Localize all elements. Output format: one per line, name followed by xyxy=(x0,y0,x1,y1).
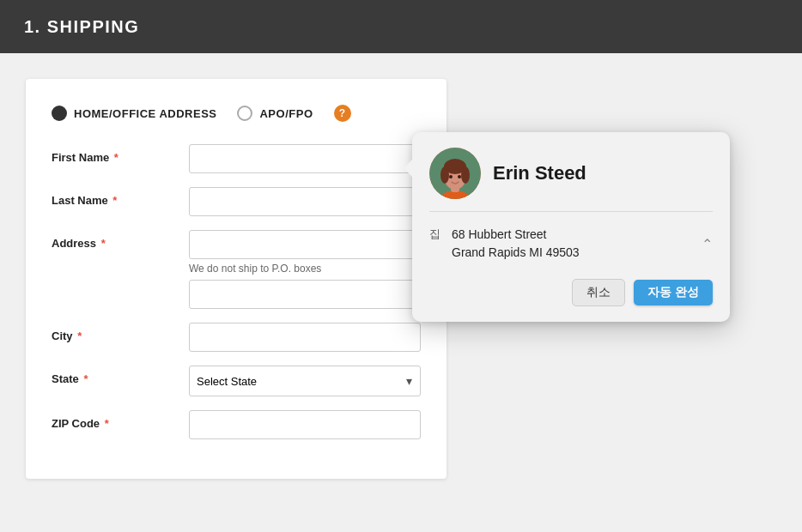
zip-group: ZIP Code * xyxy=(52,410,421,439)
city-input-wrap xyxy=(189,323,421,352)
last-name-input[interactable] xyxy=(189,187,421,216)
first-name-group: First Name * xyxy=(52,144,421,173)
address-input[interactable] xyxy=(189,230,421,259)
radio-dot-empty xyxy=(237,106,252,121)
zip-input[interactable] xyxy=(189,410,421,439)
address-line1: 68 Hubbert Street xyxy=(452,226,580,244)
address-line2: Grand Rapids MI 49503 xyxy=(452,244,580,262)
popup-actions: 취소 자동 완성 xyxy=(429,279,713,306)
address-group: Address * We do not ship to P.O. boxes xyxy=(52,230,421,309)
address-home-icon: 집 xyxy=(429,227,443,242)
avatar xyxy=(429,148,481,199)
page-header: 1. SHIPPING xyxy=(0,0,802,53)
zip-label: ZIP Code * xyxy=(52,410,189,430)
state-label: State * xyxy=(52,366,189,385)
city-group: City * xyxy=(52,323,421,352)
zip-input-wrap xyxy=(189,410,421,439)
popup-user-row: Erin Steed xyxy=(429,148,713,199)
svg-point-7 xyxy=(461,166,470,184)
popup-address-row: 집 68 Hubbert Street Grand Rapids MI 4950… xyxy=(429,221,713,267)
state-select-container: Select StateAlabamaAlaskaArizonaArkansas… xyxy=(189,366,421,396)
last-name-input-wrap xyxy=(189,187,421,216)
cancel-button[interactable]: 취소 xyxy=(572,279,625,306)
autofill-popup: Erin Steed 집 68 Hubbert Street Grand Rap… xyxy=(412,132,730,322)
city-label: City * xyxy=(52,323,189,342)
state-select[interactable]: Select StateAlabamaAlaskaArizonaArkansas… xyxy=(189,366,421,396)
home-office-radio[interactable]: HOME/OFFICE ADDRESS xyxy=(52,106,216,121)
last-name-label: Last Name * xyxy=(52,187,189,207)
first-name-input-wrap xyxy=(189,144,421,173)
autofill-button[interactable]: 자동 완성 xyxy=(634,280,713,305)
first-name-label: First Name * xyxy=(52,144,189,164)
popup-divider xyxy=(429,211,713,212)
address-label: Address * xyxy=(52,230,189,250)
page-title: 1. SHIPPING xyxy=(24,17,139,37)
expand-icon[interactable]: ⌃ xyxy=(702,236,713,252)
home-office-label: HOME/OFFICE ADDRESS xyxy=(74,107,216,120)
state-group: State * Select StateAlabamaAlaskaArizona… xyxy=(52,366,421,396)
apo-fpo-radio[interactable]: APO/FPO xyxy=(237,106,313,121)
state-select-wrap: Select StateAlabamaAlaskaArizonaArkansas… xyxy=(189,366,421,396)
last-name-group: Last Name * xyxy=(52,187,421,216)
apo-fpo-label: APO/FPO xyxy=(259,107,313,120)
svg-point-6 xyxy=(440,166,449,184)
address-lines: 68 Hubbert Street Grand Rapids MI 49503 xyxy=(452,226,580,262)
popup-address-left: 집 68 Hubbert Street Grand Rapids MI 4950… xyxy=(429,226,580,262)
address-type-row: HOME/OFFICE ADDRESS APO/FPO ? xyxy=(52,105,421,122)
popup-user-name: Erin Steed xyxy=(493,162,586,184)
svg-point-8 xyxy=(449,175,453,178)
help-icon[interactable]: ? xyxy=(334,105,351,122)
city-input[interactable] xyxy=(189,323,421,352)
form-card: HOME/OFFICE ADDRESS APO/FPO ? First Name… xyxy=(26,79,447,479)
address2-input[interactable] xyxy=(189,280,421,309)
main-content: HOME/OFFICE ADDRESS APO/FPO ? First Name… xyxy=(0,53,802,532)
svg-point-9 xyxy=(458,175,461,178)
first-name-input[interactable] xyxy=(189,144,421,173)
radio-dot-filled xyxy=(52,106,67,121)
address-input-wrap: We do not ship to P.O. boxes xyxy=(189,230,421,309)
address-hint: We do not ship to P.O. boxes xyxy=(189,263,421,275)
